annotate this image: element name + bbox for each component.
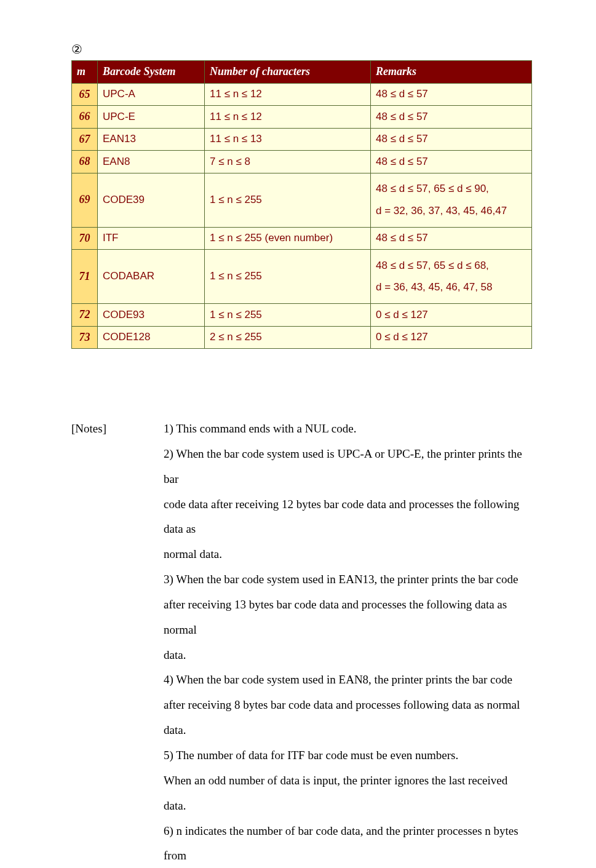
note-line: code data after receiving 12 bytes bar c… xyxy=(164,492,532,543)
cell-system: CODE93 xyxy=(98,304,205,327)
cell-numchars: 11 ≤ n ≤ 13 xyxy=(205,128,371,151)
note-line: 1) This command ends with a NUL code. xyxy=(164,416,532,442)
cell-remarks: 48 ≤ d ≤ 57 xyxy=(371,128,532,151)
cell-numchars: 7 ≤ n ≤ 8 xyxy=(205,151,371,173)
table-header-row: m Barcode System Number of characters Re… xyxy=(72,61,532,84)
note-line: normal data. xyxy=(164,542,532,567)
cell-remarks: 48 ≤ d ≤ 57 xyxy=(371,227,532,250)
cell-system: CODE39 xyxy=(98,173,205,227)
cell-remarks-line1: 48 ≤ d ≤ 57, 65 ≤ d ≤ 68, xyxy=(376,259,526,272)
note-line: 2) When the bar code system used is UPC-… xyxy=(164,442,532,492)
table-row: 67 EAN13 11 ≤ n ≤ 13 48 ≤ d ≤ 57 xyxy=(72,128,532,151)
cell-remarks: 0 ≤ d ≤ 127 xyxy=(371,304,532,327)
cell-numchars: 1 ≤ n ≤ 255 xyxy=(205,250,371,304)
cell-m: 65 xyxy=(72,83,98,106)
cell-m: 66 xyxy=(72,106,98,129)
cell-system: UPC-A xyxy=(98,83,205,106)
table-row: 70 ITF 1 ≤ n ≤ 255 (even number) 48 ≤ d … xyxy=(72,227,532,250)
cell-remarks: 48 ≤ d ≤ 57, 65 ≤ d ≤ 90, d = 32, 36, 37… xyxy=(371,173,532,227)
cell-system: CODABAR xyxy=(98,250,205,304)
cell-remarks-line2: d = 36, 43, 45, 46, 47, 58 xyxy=(376,281,526,293)
table-row: 65 UPC-A 11 ≤ n ≤ 12 48 ≤ d ≤ 57 xyxy=(72,83,532,106)
note-line: data. xyxy=(164,643,532,668)
col-header-numchars: Number of characters xyxy=(205,61,371,84)
cell-m: 73 xyxy=(72,326,98,349)
document-page: ② m Barcode System Number of characters … xyxy=(0,0,596,868)
table-row: 73 CODE128 2 ≤ n ≤ 255 0 ≤ d ≤ 127 xyxy=(72,326,532,349)
cell-remarks-line1: 48 ≤ d ≤ 57, 65 ≤ d ≤ 90, xyxy=(376,182,526,195)
cell-m: 68 xyxy=(72,151,98,173)
note-line: after receiving 8 bytes bar code data an… xyxy=(164,693,532,743)
col-header-m: m xyxy=(72,61,98,84)
cell-remarks: 48 ≤ d ≤ 57 xyxy=(371,106,532,129)
cell-numchars: 1 ≤ n ≤ 255 xyxy=(205,304,371,327)
note-line: 3) When the bar code system used in EAN1… xyxy=(164,567,532,592)
table-row: 71 CODABAR 1 ≤ n ≤ 255 48 ≤ d ≤ 57, 65 ≤… xyxy=(72,250,532,304)
table-row: 66 UPC-E 11 ≤ n ≤ 12 48 ≤ d ≤ 57 xyxy=(72,106,532,129)
cell-m: 67 xyxy=(72,128,98,151)
col-header-system: Barcode System xyxy=(98,61,205,84)
cell-remarks-line2: d = 32, 36, 37, 43, 45, 46,47 xyxy=(376,204,526,217)
cell-numchars: 2 ≤ n ≤ 255 xyxy=(205,326,371,349)
table-row: 68 EAN8 7 ≤ n ≤ 8 48 ≤ d ≤ 57 xyxy=(72,151,532,173)
cell-system: UPC-E xyxy=(98,106,205,129)
notes-label: [Notes] xyxy=(71,416,164,442)
cell-numchars: 1 ≤ n ≤ 255 xyxy=(205,173,371,227)
note-line: When an odd number of data is input, the… xyxy=(164,768,532,819)
table-row: 69 CODE39 1 ≤ n ≤ 255 48 ≤ d ≤ 57, 65 ≤ … xyxy=(72,173,532,227)
cell-system: CODE128 xyxy=(98,326,205,349)
cell-remarks: 48 ≤ d ≤ 57, 65 ≤ d ≤ 68, d = 36, 43, 45… xyxy=(371,250,532,304)
note-line: 5) The number of data for ITF bar code m… xyxy=(164,743,532,768)
table-row: 72 CODE93 1 ≤ n ≤ 255 0 ≤ d ≤ 127 xyxy=(72,304,532,327)
cell-m: 72 xyxy=(72,304,98,327)
barcode-spec-table: m Barcode System Number of characters Re… xyxy=(71,60,532,349)
notes-section: [Notes] 1) This command ends with a NUL … xyxy=(71,416,532,868)
cell-remarks: 48 ≤ d ≤ 57 xyxy=(371,83,532,106)
cell-remarks: 0 ≤ d ≤ 127 xyxy=(371,326,532,349)
cell-m: 70 xyxy=(72,227,98,250)
note-line: 4) When the bar code system used in EAN8… xyxy=(164,667,532,693)
cell-numchars: 11 ≤ n ≤ 12 xyxy=(205,106,371,129)
cell-system: EAN8 xyxy=(98,151,205,173)
col-header-remarks: Remarks xyxy=(371,61,532,84)
note-line: 6) n indicates the number of bar code da… xyxy=(164,819,532,869)
cell-m: 69 xyxy=(72,173,98,227)
cell-system: EAN13 xyxy=(98,128,205,151)
cell-numchars: 1 ≤ n ≤ 255 (even number) xyxy=(205,227,371,250)
section-marker: ② xyxy=(71,42,532,57)
cell-m: 71 xyxy=(72,250,98,304)
cell-remarks: 48 ≤ d ≤ 57 xyxy=(371,151,532,173)
note-line: after receiving 13 bytes bar code data a… xyxy=(164,592,532,643)
cell-system: ITF xyxy=(98,227,205,250)
cell-numchars: 11 ≤ n ≤ 12 xyxy=(205,83,371,106)
